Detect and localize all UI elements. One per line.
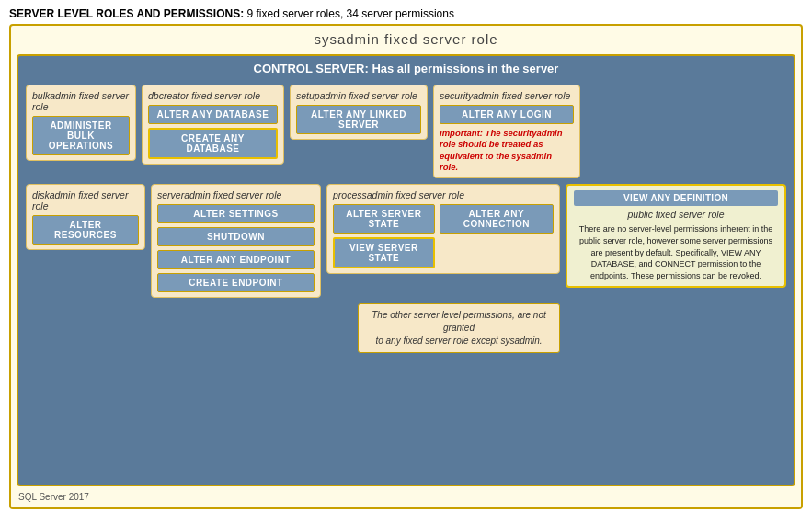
setupadmin-label: setupadmin fixed server role (296, 90, 421, 101)
diskadmin-card: diskadmin fixed server role ALTER RESOUR… (26, 184, 145, 250)
bulkadmin-label: bulkadmin fixed server role (32, 90, 130, 112)
perm-create-endpoint: CREATE ENDPOINT (157, 273, 315, 292)
roles-row-1: bulkadmin fixed server role ADMINISTER B… (26, 85, 786, 178)
perm-view-server-state: VIEW SERVER STATE (333, 237, 435, 268)
bulkadmin-card: bulkadmin fixed server role ADMINISTER B… (26, 85, 136, 161)
setupadmin-card: setupadmin fixed server role ALTER ANY L… (290, 85, 428, 140)
public-role-box: VIEW ANY DEFINITION public fixed server … (566, 184, 786, 288)
public-role-label: public fixed server role (574, 209, 778, 220)
perm-shutdown: SHUTDOWN (157, 227, 315, 246)
page: SERVER LEVEL ROLES AND PERMISSIONS: 9 fi… (0, 0, 812, 513)
roles-row-2: diskadmin fixed server role ALTER RESOUR… (26, 184, 560, 298)
securityadmin-card: securityadmin fixed server role ALTER AN… (433, 85, 580, 178)
bottom-right: VIEW ANY DEFINITION public fixed server … (566, 184, 786, 288)
perm-alter-server-state: ALTER SERVER STATE (333, 204, 435, 234)
sysadmin-title: sysadmin fixed server role (17, 29, 795, 51)
perm-alter-any-linked-server: ALTER ANY LINKED SERVER (296, 105, 421, 134)
serveradmin-card: serveradmin fixed server role ALTER SETT… (151, 184, 321, 298)
perm-alter-any-endpoint: ALTER ANY ENDPOINT (157, 250, 315, 269)
perm-alter-settings: ALTER SETTINGS (157, 204, 315, 223)
serveradmin-label: serveradmin fixed server role (157, 189, 315, 200)
view-any-definition: VIEW ANY DEFINITION (574, 190, 778, 206)
perm-alter-resources: ALTER RESOURCES (32, 215, 139, 245)
other-perms-note: The other server level permissions, are … (358, 303, 560, 353)
public-role-description: There are no server-level permissions in… (574, 223, 778, 281)
dbcreator-card: dbcreator fixed server role ALTER ANY DA… (142, 85, 284, 165)
securityadmin-label: securityadmin fixed server role (440, 90, 574, 101)
securityadmin-note: Important: The securityadmin role should… (440, 128, 568, 173)
title-bold: SERVER LEVEL ROLES AND PERMISSIONS: (9, 7, 244, 20)
control-server-title: CONTROL SERVER: Has all permissions in t… (26, 62, 786, 79)
page-title: SERVER LEVEL ROLES AND PERMISSIONS: 9 fi… (9, 7, 803, 20)
perm-administer-bulk: ADMINISTER BULKOPERATIONS (32, 116, 130, 155)
control-server-box: CONTROL SERVER: Has all permissions in t… (17, 54, 795, 486)
title-subtitle: 9 fixed server roles, 34 server permissi… (244, 7, 454, 20)
perm-alter-any-database: ALTER ANY DATABASE (148, 105, 278, 124)
dbcreator-label: dbcreator fixed server role (148, 90, 278, 101)
processadmin-card: processadmin fixed server role ALTER SER… (326, 184, 560, 274)
sysadmin-box: sysadmin fixed server role CONTROL SERVE… (9, 24, 803, 509)
perm-alter-any-connection: ALTER ANY CONNECTION (440, 204, 554, 234)
processadmin-label: processadmin fixed server role (333, 189, 554, 200)
bottom-left: diskadmin fixed server role ALTER RESOUR… (26, 184, 560, 353)
sql-version: SQL Server 2017 (17, 490, 795, 502)
perm-alter-any-login: ALTER ANY LOGIN (440, 105, 574, 124)
perm-create-any-database: CREATE ANY DATABASE (148, 128, 278, 159)
bottom-area: diskadmin fixed server role ALTER RESOUR… (26, 184, 786, 477)
diskadmin-label: diskadmin fixed server role (32, 189, 139, 211)
